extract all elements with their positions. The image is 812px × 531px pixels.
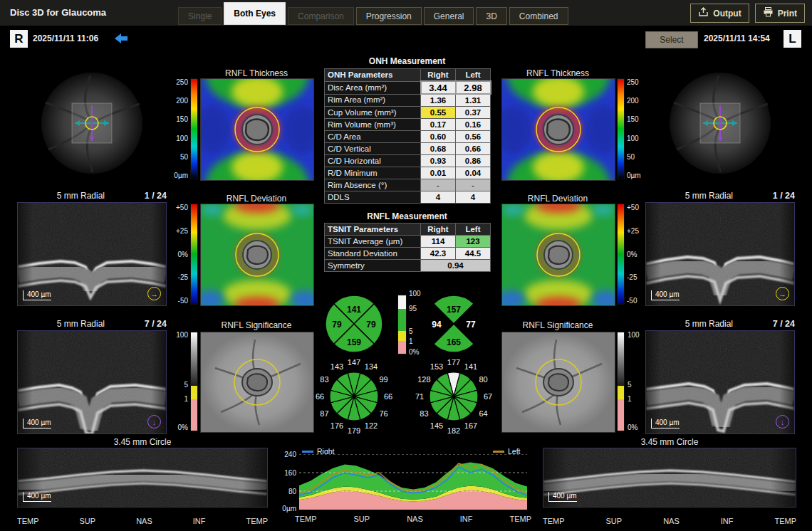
svg-text:87: 87: [320, 409, 328, 418]
table-row: C/D Vertical0.680.66: [325, 143, 491, 155]
deviation-colorbar-right: [190, 204, 198, 305]
percentile-colorbar: [397, 295, 407, 354]
right-exam-datetime: 2025/11/11 11:06: [33, 33, 98, 43]
radial-oct-scan-right-7[interactable]: 400 µm ↓: [17, 330, 167, 434]
svg-text:99: 99: [379, 375, 387, 384]
output-icon: [698, 7, 709, 19]
scan-direction-icon[interactable]: ↓: [147, 415, 161, 429]
rnfl-section-title: RNFL Measurement: [324, 211, 490, 221]
table-row: C/D Area0.600.56: [325, 131, 491, 143]
scan-scale-label: 400 µm: [23, 290, 51, 300]
tsnit-legend-right-swatch: [302, 451, 313, 453]
scan-direction-icon[interactable]: →: [147, 287, 161, 300]
rnfl-significance-map-right[interactable]: [200, 332, 314, 433]
scan-scale-label: 400 µm: [23, 492, 51, 502]
svg-text:67: 67: [484, 392, 492, 401]
rnfl-significance-title-left: RNFL Significance: [501, 320, 614, 330]
rnfl-measurement-table: TSNIT ParametersRightLeft TSNIT Average …: [324, 223, 491, 272]
fundus-photo-right[interactable]: [17, 67, 167, 181]
rnfl-thickness-title-left: RNFL Thickness: [501, 68, 614, 78]
table-row: Disc Area (mm²)3.442.98: [325, 81, 491, 94]
thickness-scale-labels-left: 250200150100500µm: [627, 78, 645, 179]
thickness-scale-labels-right: 250200150100500µm: [171, 78, 188, 179]
scan-direction-icon[interactable]: →: [776, 287, 789, 300]
svg-text:153: 153: [430, 362, 443, 371]
tab-both-eyes[interactable]: Both Eyes: [224, 2, 286, 25]
svg-text:159: 159: [347, 337, 361, 347]
rnfl-thickness-map-right[interactable]: [200, 78, 314, 181]
svg-text:147: 147: [348, 358, 360, 367]
table-row: R/D Minimum0.010.04: [325, 167, 491, 179]
radial-oct-scan-left-7[interactable]: 400 µm ↓: [645, 330, 795, 434]
svg-text:167: 167: [464, 421, 477, 430]
table-row: DDLS44: [325, 191, 491, 204]
svg-text:71: 71: [415, 392, 424, 401]
tab-combined[interactable]: Combined: [509, 7, 568, 25]
scan-direction-icon[interactable]: ↓: [776, 415, 789, 429]
tab-comparison[interactable]: Comparison: [288, 7, 354, 25]
radial-oct-scan-right-1[interactable]: 400 µm →: [17, 202, 167, 306]
svg-text:182: 182: [447, 426, 460, 435]
circle-axis-labels-right: TEMPSUPNASINFTEMP: [17, 517, 268, 525]
tab-progression[interactable]: Progression: [356, 7, 422, 25]
svg-text:141: 141: [347, 305, 361, 315]
tsnit-ytick: 80: [278, 488, 296, 495]
rnfl-significance-title-right: RNFL Significance: [200, 320, 313, 330]
table-row: Symmetry0.94: [325, 260, 491, 272]
svg-text:77: 77: [466, 320, 476, 330]
radial-scan-header-right-7: 5 mm Radial7 / 24: [17, 319, 167, 329]
scan-scale-label: 400 µm: [23, 419, 51, 429]
svg-text:66: 66: [316, 392, 324, 401]
svg-text:79: 79: [332, 320, 342, 330]
rnfl-thickness-title-right: RNFL Thickness: [200, 68, 313, 78]
circle-oct-scan-right[interactable]: 400 µm: [17, 448, 268, 508]
significance-colorbar-right: [190, 332, 198, 431]
print-button[interactable]: Print: [755, 4, 805, 23]
select-button[interactable]: Select: [645, 31, 698, 48]
output-button[interactable]: Output: [690, 4, 749, 23]
table-row: Cup Volume (mm³)0.550.37: [325, 107, 491, 119]
svg-text:165: 165: [447, 337, 461, 347]
circle-oct-scan-left[interactable]: 400 µm: [543, 448, 796, 508]
significance-scale-labels-left: 100 5 1 0%: [628, 332, 645, 431]
fundus-photo-left[interactable]: [645, 67, 795, 181]
svg-text:79: 79: [366, 320, 376, 330]
svg-text:83: 83: [320, 375, 328, 384]
onh-section-title: ONH Measurement: [324, 56, 490, 66]
tab-general[interactable]: General: [424, 7, 474, 25]
circle-axis-labels-left: TEMPSUPNASINFTEMP: [543, 517, 796, 525]
circle-scan-title-right: 3.45 mm Circle: [17, 437, 268, 447]
thickness-colorbar-left: [617, 78, 625, 179]
deviation-scale-labels-right: +50+250%-25-50: [171, 204, 188, 305]
tsnit-axis-labels: TEMPSUPNASINFTEMP: [295, 515, 531, 523]
circle-scan-title-left: 3.45 mm Circle: [543, 437, 796, 447]
svg-text:66: 66: [384, 392, 392, 401]
svg-text:94: 94: [432, 320, 442, 330]
tab-single[interactable]: Single: [178, 7, 222, 25]
table-row: TSNIT Average (µm)114123: [325, 236, 491, 248]
printer-icon: [763, 7, 774, 19]
svg-text:76: 76: [379, 409, 387, 418]
tab-3d[interactable]: 3D: [476, 7, 506, 25]
table-row: Rim Area (mm²)1.361.31: [325, 94, 491, 107]
rnfl-thickness-map-left[interactable]: [501, 78, 615, 181]
rnfl-clock-chart-right: 147134996676122179176876683143: [313, 357, 395, 438]
deviation-colorbar-left: [617, 204, 625, 305]
rnfl-deviation-title-left: RNFL Deviation: [501, 194, 614, 204]
svg-text:145: 145: [430, 421, 443, 430]
radial-oct-scan-left-1[interactable]: 400 µm →: [645, 202, 795, 306]
rnfl-quadrant-chart-right: 1417915979: [313, 290, 395, 358]
scan-scale-label: 400 µm: [651, 419, 680, 429]
rnfl-deviation-map-left[interactable]: [501, 204, 615, 306]
svg-text:83: 83: [420, 409, 428, 418]
percentile-scale-labels: 100 95 5 1 0%: [409, 290, 425, 355]
rnfl-deviation-map-right[interactable]: [200, 204, 314, 306]
page-title: Disc 3D for Glaucoma: [10, 7, 106, 18]
radial-scan-header-left-1: 5 mm Radial1 / 24: [645, 191, 795, 201]
left-exam-datetime: 2025/11/11 14:54: [704, 33, 770, 43]
significance-colorbar-left: [617, 332, 625, 431]
header-buttons: Output Print: [690, 4, 805, 23]
previous-exam-arrow-icon[interactable]: [114, 33, 128, 47]
rnfl-significance-map-left[interactable]: [501, 332, 615, 433]
table-row: Rim Absence (°)--: [325, 179, 491, 191]
